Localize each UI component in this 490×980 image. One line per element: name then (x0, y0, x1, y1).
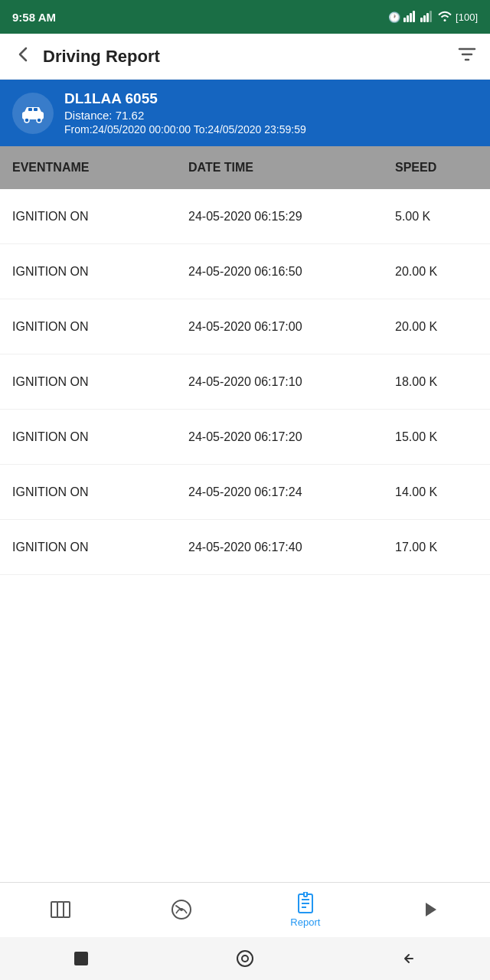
status-bar: 9:58 AM 🕐 [100] (0, 0, 490, 34)
nav-play[interactable] (418, 898, 441, 923)
nav-dashboard[interactable] (170, 898, 193, 923)
vehicle-icon-wrap (12, 93, 54, 134)
row-speed: 18.00 K (395, 375, 478, 389)
svg-rect-14 (57, 902, 64, 917)
filter-button[interactable] (456, 44, 478, 70)
row-datetime: 24-05-2020 06:16:50 (188, 265, 395, 279)
svg-rect-7 (430, 11, 432, 22)
signal-icons2 (420, 10, 434, 24)
android-home-button[interactable] (236, 949, 254, 968)
nav-bar: Driving Report (0, 34, 490, 80)
row-eventname: IGNITION ON (12, 430, 188, 444)
row-speed: 20.00 K (395, 265, 478, 279)
row-speed: 14.00 K (395, 485, 478, 499)
android-back-button[interactable] (400, 950, 417, 967)
svg-rect-11 (28, 108, 32, 111)
play-icon (418, 898, 441, 921)
row-speed: 5.00 K (395, 210, 478, 224)
android-stop-button[interactable] (73, 950, 90, 967)
table-row: IGNITION ON 24-05-2020 06:16:50 20.00 K (0, 244, 490, 299)
row-datetime: 24-05-2020 06:17:20 (188, 430, 395, 444)
nav-report-label: Report (290, 916, 320, 928)
svg-rect-12 (34, 108, 38, 111)
row-datetime: 24-05-2020 06:17:10 (188, 375, 395, 389)
nav-report[interactable]: Report (290, 892, 320, 928)
back-button[interactable] (12, 44, 34, 70)
vehicle-banner: DL1LAA 6055 Distance: 71.62 From:24/05/2… (0, 80, 490, 146)
row-speed: 20.00 K (395, 320, 478, 334)
wifi-icon (437, 10, 452, 24)
row-eventname: IGNITION ON (12, 320, 188, 334)
row-datetime: 24-05-2020 06:17:00 (188, 320, 395, 334)
row-eventname: IGNITION ON (12, 541, 188, 554)
status-time: 9:58 AM (12, 11, 56, 24)
row-speed: 15.00 K (395, 430, 478, 444)
page-title: Driving Report (43, 47, 160, 67)
bottom-nav: Report (0, 882, 490, 937)
table-row: IGNITION ON 24-05-2020 06:17:40 17.00 K (0, 520, 490, 575)
svg-point-25 (242, 956, 248, 962)
table-row: IGNITION ON 24-05-2020 06:17:00 20.00 K (0, 299, 490, 354)
col-header-eventname: EVENTNAME (12, 161, 188, 175)
row-speed: 17.00 K (395, 541, 478, 554)
row-eventname: IGNITION ON (12, 375, 188, 389)
svg-rect-13 (51, 902, 57, 917)
table-body: IGNITION ON 24-05-2020 06:15:29 5.00 K I… (0, 189, 490, 575)
svg-rect-2 (410, 13, 412, 22)
col-header-speed: SPEED (395, 161, 478, 175)
table-row: IGNITION ON 24-05-2020 06:17:24 14.00 K (0, 465, 490, 520)
report-icon (294, 892, 317, 915)
svg-point-10 (37, 118, 41, 122)
svg-rect-0 (403, 18, 406, 22)
status-icons: 🕐 [100] (388, 10, 478, 24)
dashboard-icon (170, 898, 193, 921)
android-nav-bar (0, 937, 490, 980)
svg-rect-15 (64, 902, 70, 917)
svg-rect-4 (420, 18, 423, 22)
svg-rect-5 (423, 15, 426, 22)
nav-map[interactable] (49, 898, 72, 923)
alarm-icon: 🕐 (388, 11, 400, 23)
svg-point-24 (237, 951, 253, 966)
table-row: IGNITION ON 24-05-2020 06:17:10 18.00 K (0, 354, 490, 410)
car-icon (21, 101, 45, 126)
svg-rect-23 (74, 952, 88, 965)
table-header: EVENTNAME DATE TIME SPEED (0, 146, 490, 189)
battery-icon: [100] (456, 11, 478, 23)
vehicle-plate: DL1LAA 6055 (64, 90, 306, 107)
vehicle-distance: Distance: 71.62 (64, 109, 306, 122)
signal-icons (403, 10, 417, 24)
table-row: IGNITION ON 24-05-2020 06:15:29 5.00 K (0, 189, 490, 244)
svg-rect-22 (304, 892, 307, 897)
col-header-datetime: DATE TIME (188, 161, 395, 175)
row-datetime: 24-05-2020 06:15:29 (188, 210, 395, 224)
vehicle-dates: From:24/05/2020 00:00:00 To:24/05/2020 2… (64, 123, 306, 136)
table-row: IGNITION ON 24-05-2020 06:17:20 15.00 K (0, 410, 490, 465)
row-datetime: 24-05-2020 06:17:24 (188, 485, 395, 499)
row-eventname: IGNITION ON (12, 265, 188, 279)
svg-point-9 (24, 118, 29, 122)
map-icon (49, 898, 72, 921)
svg-rect-6 (426, 13, 429, 22)
svg-rect-3 (413, 11, 415, 22)
svg-rect-1 (407, 15, 409, 22)
row-datetime: 24-05-2020 06:17:40 (188, 541, 395, 554)
row-eventname: IGNITION ON (12, 210, 188, 224)
row-eventname: IGNITION ON (12, 485, 188, 499)
vehicle-info: DL1LAA 6055 Distance: 71.62 From:24/05/2… (64, 90, 306, 136)
